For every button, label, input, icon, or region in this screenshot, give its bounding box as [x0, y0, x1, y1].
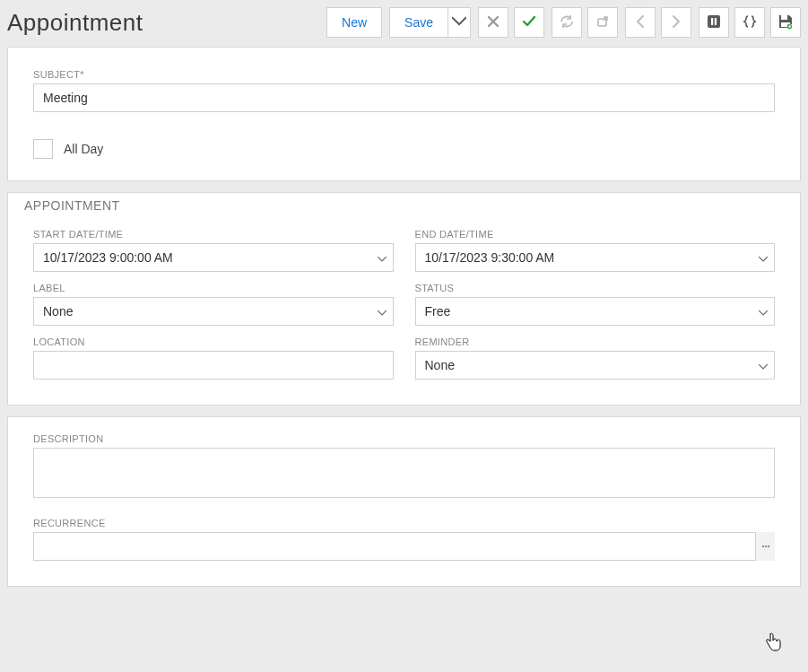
toolbar: New Save — [326, 5, 801, 38]
end-label: END DATE/TIME — [415, 229, 776, 240]
reminder-select[interactable] — [415, 351, 776, 380]
svg-rect-2 — [711, 18, 713, 25]
page-title: Appointment — [7, 5, 143, 37]
save-dropdown-button[interactable] — [448, 7, 471, 38]
recurrence-open-button[interactable] — [755, 532, 775, 561]
end-datetime-input[interactable] — [415, 243, 776, 272]
pause-button[interactable] — [699, 7, 729, 38]
new-button[interactable]: New — [326, 7, 382, 38]
status-select[interactable] — [415, 297, 776, 326]
subject-input[interactable] — [33, 83, 775, 112]
section-title: APPOINTMENT — [24, 198, 775, 213]
all-day-checkbox[interactable] — [33, 139, 53, 159]
location-input[interactable] — [33, 351, 394, 380]
cancel-button[interactable] — [478, 7, 508, 38]
label-select[interactable] — [33, 297, 394, 326]
status-label: STATUS — [415, 283, 776, 293]
svg-point-8 — [765, 545, 767, 547]
recurrence-label: RECURRENCE — [33, 518, 775, 528]
check-icon — [521, 13, 537, 32]
cursor-pointer-icon — [764, 632, 782, 655]
start-label: START DATE/TIME — [33, 229, 394, 240]
braces-button[interactable] — [734, 7, 765, 38]
all-day-label: All Day — [64, 142, 103, 156]
description-input[interactable] — [33, 448, 775, 498]
chevron-right-icon — [669, 14, 683, 31]
pause-icon — [707, 14, 721, 31]
save-layout-button[interactable] — [770, 7, 801, 38]
start-datetime-input[interactable] — [33, 243, 394, 272]
reminder-label: REMINDER — [415, 336, 776, 347]
braces-icon — [743, 14, 757, 31]
refresh-button[interactable] — [552, 7, 582, 38]
svg-point-9 — [768, 545, 769, 547]
svg-point-7 — [762, 545, 764, 547]
next-button[interactable] — [661, 7, 691, 38]
caret-down-icon — [452, 14, 466, 31]
recurrence-input[interactable] — [33, 532, 775, 561]
appointment-card: APPOINTMENT START DATE/TIME END DATE/TIM… — [7, 192, 801, 406]
chevron-left-icon — [633, 14, 647, 31]
description-card: DESCRIPTION RECURRENCE — [7, 416, 801, 587]
detach-icon — [595, 14, 610, 31]
save-button[interactable]: Save — [389, 7, 448, 38]
subject-card: SUBJECT* All Day — [7, 47, 801, 181]
close-icon — [486, 14, 500, 31]
detach-button[interactable] — [587, 7, 618, 38]
svg-rect-3 — [715, 18, 717, 25]
prev-button[interactable] — [625, 7, 656, 38]
location-label: LOCATION — [33, 336, 394, 347]
description-label: DESCRIPTION — [33, 433, 775, 444]
label-field-label: LABEL — [33, 283, 394, 293]
subject-label: SUBJECT* — [33, 69, 775, 80]
svg-rect-4 — [781, 15, 787, 20]
refresh-icon — [560, 14, 574, 31]
svg-rect-1 — [708, 15, 720, 28]
confirm-button[interactable] — [514, 7, 544, 38]
save-disk-icon — [778, 13, 794, 32]
